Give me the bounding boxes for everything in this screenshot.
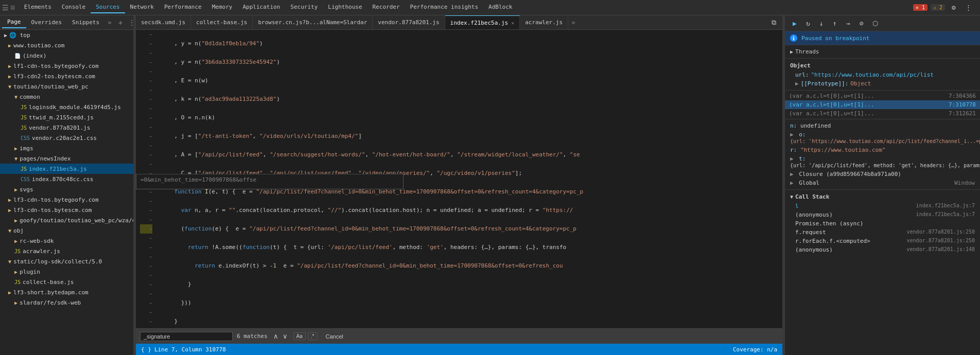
proto-expand-icon[interactable]: ▶ xyxy=(795,80,799,87)
call-stack-item-frequest[interactable]: f.request vendor.877a8201.js:250 xyxy=(785,228,980,237)
close-tab-index[interactable]: ✕ xyxy=(511,20,514,26)
tab-sources[interactable]: Sources xyxy=(91,2,125,13)
scope-o-expand[interactable]: ▶ xyxy=(790,131,794,138)
search-input[interactable] xyxy=(140,332,233,341)
call-stack-item-l[interactable]: l index.f21bec5a.js:7 xyxy=(785,202,980,210)
scope-closure-row[interactable]: ▶ Closure (a99d8596674b8a971a00) xyxy=(785,170,980,179)
threads-section[interactable]: ▶ Threads xyxy=(785,45,980,59)
tree-item-slardar[interactable]: ▶ slardar/fe/sdk-web xyxy=(0,297,133,308)
tree-item-acrawler[interactable]: JS acrawler.js xyxy=(0,246,133,256)
scope-object-header: Object xyxy=(785,61,980,70)
step-out-btn[interactable]: ↑ xyxy=(829,17,841,29)
regex-btn[interactable]: .* xyxy=(308,332,318,340)
scope-global-row[interactable]: ▶ Global Window xyxy=(785,179,980,187)
tree-label-lf3cdn2: lf3-cdn2-tos.bytescm.com xyxy=(13,73,95,80)
tree-item-toutiao[interactable]: ▶ www.toutiao.com xyxy=(0,40,133,50)
tab-browser-cn[interactable]: browser.cn.js?b...alName=Slardar xyxy=(253,15,373,30)
tab-adblock[interactable]: AdBlock xyxy=(483,2,517,13)
subtab-overrides[interactable]: Overrides xyxy=(26,17,67,28)
tree-label-ttwid: ttwid_m.2155cedd.js xyxy=(29,114,94,121)
search-next-btn[interactable]: ∨ xyxy=(281,332,289,340)
scope-o-row[interactable]: ▶ o: {url: 'https://www.toutiao.com/api/… xyxy=(785,130,980,146)
tree-item-vendor-js[interactable]: JS vendor.877a8201.js xyxy=(0,122,133,133)
tree-item-vendor-css[interactable]: CSS vendor.c20ac2e1.css xyxy=(0,133,133,143)
search-prev-btn[interactable]: ∧ xyxy=(272,332,280,340)
subtab-page[interactable]: Page xyxy=(2,16,26,28)
tree-item-imgs[interactable]: ▶ imgs xyxy=(0,143,133,153)
scope-global-expand[interactable]: ▶ xyxy=(790,180,794,186)
step-over-btn[interactable]: ↻ xyxy=(802,17,814,29)
tab-memory[interactable]: Memory xyxy=(207,2,238,13)
case-sensitive-btn[interactable]: Aa xyxy=(293,332,306,340)
call-stack-header[interactable]: ▼ Call Stack xyxy=(785,192,980,202)
more-options-icon[interactable]: ⋮ xyxy=(962,2,974,13)
tab-elements[interactable]: Elements xyxy=(19,2,57,13)
cancel-search-btn[interactable]: Cancel xyxy=(322,332,347,341)
watch-item-2[interactable]: (var a,c,l=t[0],u=t[1]... 7:310778 xyxy=(785,100,980,109)
tab-index-js[interactable]: index.f21bec5a.js ✕ xyxy=(445,15,520,30)
tree-item-toutiao-web[interactable]: ▼ toutiao/toutiao_web_pc xyxy=(0,81,133,92)
settings-icon[interactable]: ⚙ xyxy=(948,2,959,13)
tree-item-loginsdk[interactable]: JS loginsdk_module.4619f4d5.js xyxy=(0,102,133,112)
tree-item-top[interactable]: ▶ 🌐 top xyxy=(0,30,133,40)
tree-item-index[interactable]: 📄 (index) xyxy=(0,50,133,61)
tab-collect-base[interactable]: collect-base.js xyxy=(191,15,253,30)
tree-item-ttwid[interactable]: JS ttwid_m.2155cedd.js xyxy=(0,112,133,122)
call-stack-item-promise[interactable]: Promise.then (async) xyxy=(785,219,980,228)
tree-label-loginsdk: loginsdk_module.4619f4d5.js xyxy=(29,104,121,111)
tree-item-lf3cdn[interactable]: ▶ lf3-cdn-tos.bytegoofy.com xyxy=(0,194,133,205)
tab-application[interactable]: Application xyxy=(238,2,286,13)
watch-item-3[interactable]: (var a,c,l=t[0],u=t[1]... 7:312621 xyxy=(785,109,980,118)
deactivate-breakpoints-btn[interactable]: ⊘ xyxy=(856,17,867,29)
scope-t-row[interactable]: ▶ t: {url: '/api/pc/list/feed', method: … xyxy=(785,154,980,170)
tab-acrawler[interactable]: acrawler.js xyxy=(520,15,568,30)
search-bar: 6 matches ∧ ∨ Aa .* Cancel xyxy=(136,328,782,344)
tree-item-goofy[interactable]: ▶ goofy/toutiao/toutiao_web_pc/wza/4. xyxy=(0,215,133,225)
tree-item-rcweb[interactable]: ▶ rc-web-sdk xyxy=(0,236,133,246)
tree-item-svgs[interactable]: ▶ svgs xyxy=(0,184,133,194)
tab-secsdk[interactable]: secsdk.umd.js xyxy=(136,15,191,30)
call-stack-item-anon2[interactable]: (anonymous) vendor.877a8201.js:148 xyxy=(785,245,980,254)
tree-item-lf3short[interactable]: ▶ lf3-short.bytedapm.com xyxy=(0,287,133,297)
call-stack-item-foreach[interactable]: r.forEach.f.<computed> vendor.877a8201.j… xyxy=(785,237,980,245)
pause-exceptions-btn[interactable]: ⬡ xyxy=(869,17,881,29)
tree-item-lf3cdn2[interactable]: ▶ lf3-cdn2-tos.bytescm.com xyxy=(0,71,133,81)
tree-item-collect[interactable]: JS collect-base.js xyxy=(0,277,133,287)
tab-console[interactable]: Console xyxy=(57,2,91,13)
tab-vendor[interactable]: vendor.877a8201.js xyxy=(373,15,445,30)
call-stack-item-anon1[interactable]: (anonymous) index.f21bec5a.js:7 xyxy=(785,210,980,219)
scope-proto-row[interactable]: ▶ [[Prototype]]: Object xyxy=(785,79,980,88)
scope-closure-label: Closure (a99d8596674b8a971a00) xyxy=(799,171,901,177)
tree-item-pages[interactable]: ▼ pages/newsIndex xyxy=(0,153,133,164)
subtab-snippets[interactable]: Snippets xyxy=(67,17,104,28)
tab-performance[interactable]: Performance xyxy=(159,2,207,13)
new-snippet-btn[interactable]: + xyxy=(115,17,126,28)
devtools-menu-icon[interactable]: ☰ xyxy=(2,4,9,12)
tree-item-index-css[interactable]: CSS index.870c48cc.css xyxy=(0,174,133,184)
tab-security[interactable]: Security xyxy=(285,2,323,13)
tree-item-lf1[interactable]: ▶ lf1-cdn-tos.bytegoofy.com xyxy=(0,61,133,71)
scope-closure-expand[interactable]: ▶ xyxy=(790,171,794,177)
tree-item-plugin[interactable]: ▶ plugin xyxy=(0,267,133,277)
more-subtabs-btn[interactable]: » xyxy=(104,17,115,27)
tab-recorder[interactable]: Recorder xyxy=(367,2,405,13)
more-tabs-btn[interactable]: » xyxy=(568,19,579,26)
format-icon[interactable]: { } xyxy=(141,346,151,353)
step-btn[interactable]: → xyxy=(843,17,854,29)
scope-t-expand[interactable]: ▶ xyxy=(790,155,794,162)
warning-badge: ⚠ 2 xyxy=(931,4,945,11)
tab-lighthouse[interactable]: Lighthouse xyxy=(323,2,367,13)
watch-item-1[interactable]: (var a,c,l=t[0],u=t[1]... 7:304366 xyxy=(785,92,980,100)
tab-network[interactable]: Network xyxy=(125,2,159,13)
tree-item-index-js[interactable]: JS index.f21bec5a.js xyxy=(0,164,133,174)
tab-performance-insights[interactable]: Performance insights xyxy=(405,2,483,13)
line-info: Line 7, Column 310778 xyxy=(154,346,226,353)
tree-item-common[interactable]: ▼ common xyxy=(0,92,133,102)
split-editor-icon[interactable]: ⧉ xyxy=(768,17,779,28)
inspect-icon[interactable]: ⊡ xyxy=(11,4,15,11)
step-into-btn[interactable]: ↓ xyxy=(816,17,827,29)
tree-item-obj[interactable]: ▼ obj xyxy=(0,225,133,236)
resume-btn[interactable]: ▶ xyxy=(789,17,800,29)
tree-item-lf3-bytescm[interactable]: ▶ lf3-cdn-tos.bytescm.com xyxy=(0,205,133,215)
tree-item-static[interactable]: ▼ static/log-sdk/collect/5.0 xyxy=(0,256,133,267)
